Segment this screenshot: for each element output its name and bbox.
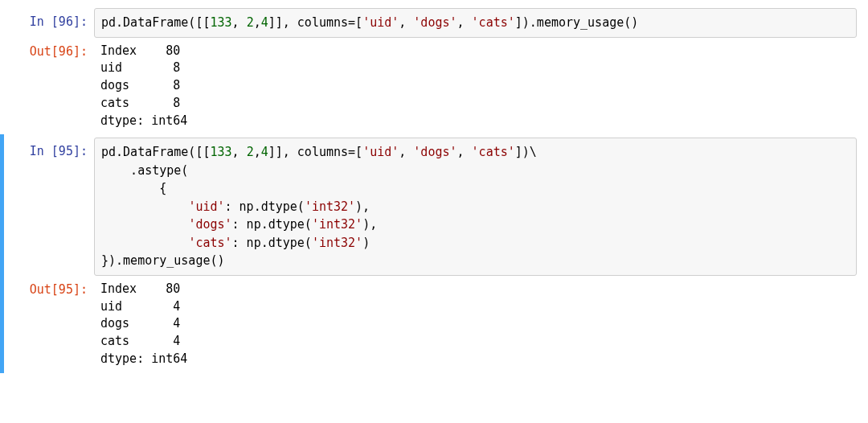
code-output-1: Index 80 uid 4 dogs 4 cats 4 dtype: int6…: [94, 279, 857, 370]
in-prompt-0: In [96]:: [14, 8, 94, 31]
cell-group-1: In [95]: pd.DataFrame([[133, 2,4]], colu…: [0, 134, 868, 372]
output-cell-1: Out[95]: Index 80 uid 4 dogs 4 cats 4 dt…: [4, 277, 868, 372]
cell-group-0: In [96]: pd.DataFrame([[133, 2,4]], colu…: [0, 5, 868, 134]
in-prompt-1: In [95]:: [14, 138, 94, 161]
in-prompt-label: In [96]:: [30, 14, 88, 29]
output-cell-0: Out[96]: Index 80 uid 8 dogs 8 cats 8 dt…: [4, 39, 868, 133]
out-prompt-label: Out[95]:: [30, 282, 88, 297]
out-prompt-label: Out[96]:: [30, 44, 88, 59]
code-cell-1[interactable]: In [95]: pd.DataFrame([[133, 2,4]], colu…: [4, 136, 868, 277]
out-prompt-1: Out[95]:: [14, 279, 94, 299]
code-input-0[interactable]: pd.DataFrame([[133, 2,4]], columns=['uid…: [94, 8, 857, 38]
out-prompt-0: Out[96]:: [14, 41, 94, 61]
in-prompt-label: In [95]:: [30, 144, 88, 158]
code-input-1[interactable]: pd.DataFrame([[133, 2,4]], columns=['uid…: [94, 138, 857, 276]
code-cell-0[interactable]: In [96]: pd.DataFrame([[133, 2,4]], colu…: [4, 6, 868, 39]
code-output-0: Index 80 uid 8 dogs 8 cats 8 dtype: int6…: [94, 41, 857, 132]
notebook: In [96]: pd.DataFrame([[133, 2,4]], colu…: [0, 0, 868, 381]
